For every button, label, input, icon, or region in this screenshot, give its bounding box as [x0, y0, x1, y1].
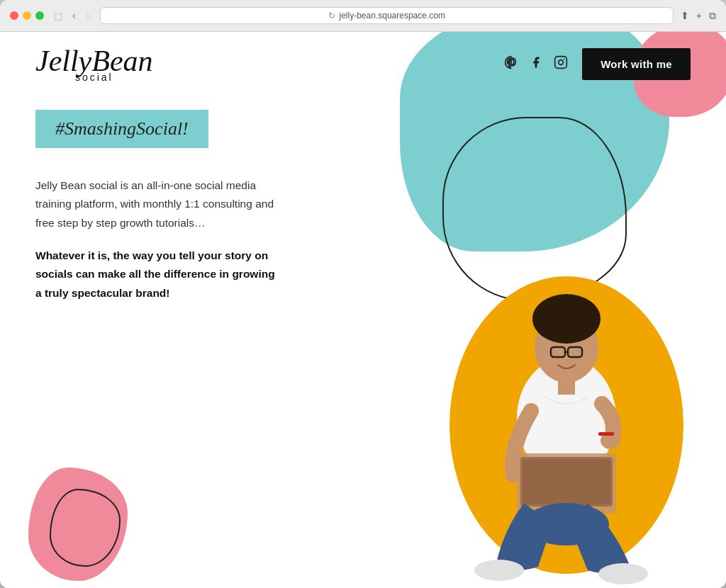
hashtag-badge: #SmashingSocial! — [35, 110, 208, 148]
close-button[interactable] — [10, 11, 18, 20]
pinterest-icon[interactable] — [504, 55, 518, 73]
hashtag-text: #SmashingSocial! — [55, 118, 189, 139]
work-with-me-button[interactable]: Work with me — [582, 48, 691, 80]
site-header: JellyBean social — [0, 32, 726, 96]
share-icon[interactable]: ⬆ — [681, 10, 689, 22]
hero-bold-text: Whatever it is, the way you tell your st… — [35, 247, 277, 303]
svg-point-17 — [559, 60, 564, 65]
svg-rect-15 — [558, 377, 575, 395]
site-logo: JellyBean social — [35, 46, 153, 82]
browser-window: ⬚ ‹ › ↻ jelly-bean.squarespace.com ⬆ + ⧉ — [0, 0, 726, 588]
page-content: JellyBean social — [0, 32, 726, 588]
svg-point-18 — [564, 59, 565, 60]
hero-person-image — [435, 234, 698, 588]
browser-nav-controls: ⬚ ‹ › — [51, 8, 93, 23]
new-tab-icon[interactable]: + — [696, 10, 702, 22]
person-svg — [446, 248, 687, 588]
minimize-button[interactable] — [23, 11, 31, 20]
svg-point-3 — [563, 298, 591, 323]
browser-chrome: ⬚ ‹ › ↻ jelly-bean.squarespace.com ⬆ + ⧉ — [0, 0, 726, 32]
social-icons — [504, 55, 568, 73]
hero-body-text: Jelly Bean social is an all-in-one socia… — [35, 176, 277, 232]
url-text: jelly-bean.squarespace.com — [340, 11, 445, 21]
svg-point-12 — [474, 560, 524, 581]
main-content: #SmashingSocial! Jelly Bean social is an… — [35, 110, 376, 303]
instagram-icon[interactable] — [554, 55, 568, 73]
browser-actions: ⬆ + ⧉ — [681, 10, 716, 22]
svg-rect-14 — [598, 432, 614, 436]
svg-rect-16 — [555, 57, 567, 69]
tabs-icon[interactable]: ⧉ — [709, 10, 716, 22]
facebook-icon[interactable] — [530, 55, 542, 73]
nav-right: Work with me — [504, 48, 691, 80]
svg-point-2 — [532, 294, 601, 344]
nav-back[interactable]: ‹ — [69, 8, 79, 23]
svg-point-13 — [598, 563, 648, 584]
address-bar[interactable]: ↻ jelly-bean.squarespace.com — [100, 7, 674, 24]
nav-forward[interactable]: › — [83, 8, 92, 23]
maximize-button[interactable] — [35, 11, 44, 20]
refresh-icon: ↻ — [328, 11, 335, 21]
traffic-lights — [10, 11, 44, 20]
svg-point-11 — [524, 503, 609, 545]
svg-rect-10 — [523, 459, 610, 504]
back-button[interactable]: ⬚ — [51, 9, 65, 23]
